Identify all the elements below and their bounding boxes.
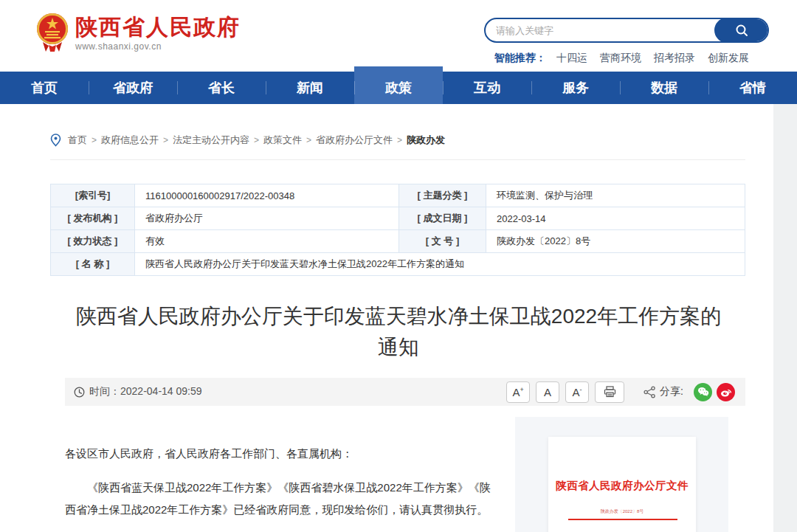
breadcrumb-policy-documents[interactable]: 政策文件 [263, 134, 302, 147]
table-row: [ 名 称 ] 陕西省人民政府办公厅关于印发蓝天碧水净土保卫战2022年工作方案… [51, 253, 745, 276]
breadcrumb-current: 陕政办发 [407, 134, 445, 147]
search-icon [734, 23, 749, 38]
document-preview-page[interactable]: 陕西省人民政府办公厅文件 陕政办发〔2022〕8号 [548, 437, 696, 532]
main-nav: 首页 省政府 省长 新闻 政策 互动 服务 数据 省情 [0, 72, 797, 104]
breadcrumb-separator: > [397, 135, 402, 145]
smart-recommend-row: 智能推荐： 十四运 营商环境 招考招录 创新发展 [484, 52, 769, 65]
logo-text: 陕西省人民政府 www.shaanxi.gov.cn [75, 12, 241, 52]
site-name: 陕西省人民政府 [75, 15, 241, 40]
share-icon [644, 386, 656, 398]
issuing-agency-label: [ 发布机构 ] [51, 207, 135, 230]
document-name-value: 陕西省人民政府办公厅关于印发蓝天碧水净土保卫战2022年工作方案的通知 [135, 253, 745, 276]
printer-icon [604, 386, 616, 398]
breadcrumb-home[interactable]: 首页 [68, 134, 87, 147]
preview-doc-header: 陕西省人民政府办公厅文件 [548, 479, 696, 493]
article-actions: A+ A A- 分享: [500, 381, 735, 403]
issuing-agency-value: 省政府办公厅 [135, 207, 399, 230]
smart-recommend-label: 智能推荐： [494, 52, 546, 65]
article-body: 各设区市人民政府，省人民政府各工作部门、各直属机构： 《陕西省蓝天保卫战2022… [65, 406, 496, 532]
site-url: www.shaanxi.gov.cn [75, 41, 241, 52]
nav-item-services[interactable]: 服务 [531, 72, 620, 104]
header-right: 智能推荐： 十四运 营商环境 招考招录 创新发展 [484, 18, 769, 65]
recommend-link-shisiyun[interactable]: 十四运 [556, 52, 587, 65]
topic-category-value: 环境监测、保护与治理 [486, 184, 745, 207]
nav-item-province-profile[interactable]: 省情 [708, 72, 797, 104]
table-row: [ 发布机构 ] 省政府办公厅 [ 成文日期 ] 2022-03-14 [51, 207, 745, 230]
preview-red-divider [568, 519, 677, 520]
publish-time: 时间：2022-04-14 09:59 [74, 385, 202, 398]
validity-status-label: [ 效力状态 ] [51, 230, 135, 253]
breadcrumb-gov-info[interactable]: 政府信息公开 [101, 134, 159, 147]
share-label: 分享: [660, 385, 683, 398]
breadcrumb-separator: > [163, 135, 168, 145]
font-normal-button[interactable]: A [536, 381, 559, 403]
site-header: 陕西省人民政府 www.shaanxi.gov.cn 智能推荐： 十四运 营商环… [0, 0, 797, 72]
article-meta-bar: 时间：2022-04-14 09:59 A+ A A- [65, 378, 745, 406]
share-wechat-button[interactable] [694, 383, 712, 401]
index-number-label: [索引号] [51, 184, 135, 207]
publish-time-text: 时间：2022-04-14 09:59 [89, 385, 202, 398]
table-row: [索引号] 116100000160002917/2022-00348 [ 主题… [51, 184, 745, 207]
search-box [484, 18, 769, 43]
document-number-value: 陕政办发〔2022〕8号 [486, 230, 745, 253]
share-weibo-button[interactable] [717, 383, 735, 401]
national-emblem-icon [35, 12, 69, 53]
page: 陕西省人民政府 www.shaanxi.gov.cn 智能推荐： 十四运 营商环… [0, 0, 797, 532]
table-row: [ 效力状态 ] 有效 [ 文 号 ] 陕政办发〔2022〕8号 [51, 230, 745, 253]
site-logo[interactable]: 陕西省人民政府 www.shaanxi.gov.cn [35, 12, 241, 53]
document-info-table: [索引号] 116100000160002917/2022-00348 [ 主题… [50, 184, 745, 276]
document-preview-panel: 陕西省人民政府办公厅文件 陕政办发〔2022〕8号 [515, 417, 728, 532]
page-title: 陕西省人民政府办公厅关于印发蓝天碧水净土保卫战2022年工作方案的通知 [74, 301, 723, 363]
document-number-label: [ 文 号 ] [399, 230, 486, 253]
nav-item-governor[interactable]: 省长 [177, 72, 266, 104]
print-button[interactable] [595, 381, 624, 403]
nav-item-interaction[interactable]: 互动 [443, 72, 531, 104]
nav-item-policy[interactable]: 政策 [354, 72, 443, 104]
font-larger-button[interactable]: A+ [506, 381, 530, 403]
nav-item-data[interactable]: 数据 [620, 72, 708, 104]
recommend-link-business-env[interactable]: 营商环境 [600, 52, 641, 65]
recommend-link-recruitment[interactable]: 招考招录 [654, 52, 695, 65]
nav-item-home[interactable]: 首页 [0, 72, 89, 104]
topic-category-label: [ 主题分类 ] [399, 184, 486, 207]
issue-date-label: [ 成文日期 ] [399, 207, 486, 230]
breadcrumb: 首页 > 政府信息公开 > 法定主动公开内容 > 政策文件 > 省政府办公厅文件… [50, 104, 745, 160]
recommend-link-innovation[interactable]: 创新发展 [708, 52, 749, 65]
share-group: 分享: [644, 383, 735, 401]
article-salutation: 各设区市人民政府，省人民政府各工作部门、各直属机构： [65, 443, 496, 465]
breadcrumb-office-documents[interactable]: 省政府办公厅文件 [316, 134, 393, 147]
font-smaller-button[interactable]: A- [565, 381, 589, 403]
search-button[interactable] [714, 18, 769, 43]
nav-item-news[interactable]: 新闻 [266, 72, 354, 104]
wechat-icon [697, 387, 709, 397]
page-edge-strip [773, 104, 797, 532]
search-input[interactable] [486, 19, 707, 41]
nav-item-provincial-government[interactable]: 省政府 [89, 72, 177, 104]
validity-status-value: 有效 [135, 230, 399, 253]
breadcrumb-separator: > [306, 135, 311, 145]
breadcrumb-legal-disclosure[interactable]: 法定主动公开内容 [173, 134, 249, 147]
weibo-icon [720, 387, 732, 398]
clock-icon [74, 387, 85, 398]
breadcrumb-separator: > [254, 135, 259, 145]
issue-date-value: 2022-03-14 [486, 207, 745, 230]
index-number-value: 116100000160002917/2022-00348 [135, 184, 399, 207]
breadcrumb-separator: > [92, 135, 97, 145]
preview-doc-number: 陕政办发〔2022〕8号 [548, 508, 696, 515]
location-pin-icon [50, 134, 61, 147]
document-name-label: [ 名 称 ] [51, 253, 135, 276]
article-paragraph: 《陕西省蓝天保卫战2022年工作方案》《陕西省碧水保卫战2022年工作方案》《陕… [65, 477, 496, 521]
